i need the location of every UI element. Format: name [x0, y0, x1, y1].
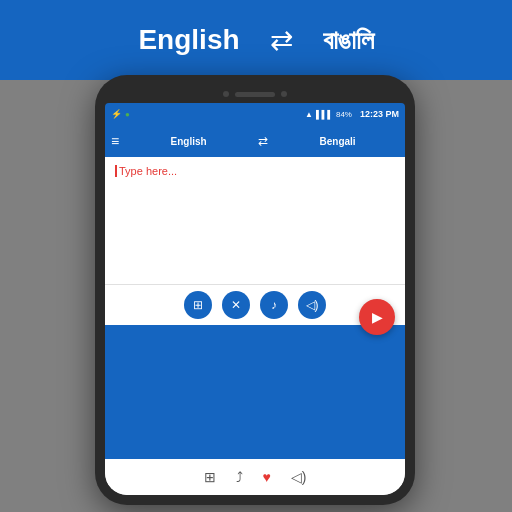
clipboard-button[interactable]: ⊞: [184, 291, 212, 319]
target-language-label[interactable]: বাঙালি: [323, 25, 374, 56]
hamburger-menu-icon[interactable]: ≡: [111, 133, 119, 149]
input-area[interactable]: Type here...: [105, 157, 405, 284]
close-icon: ✕: [231, 298, 241, 312]
app-header: ≡ English ⇄ Bengali: [105, 125, 405, 157]
speaker-button[interactable]: ◁): [298, 291, 326, 319]
status-bar: ⚡ ● ▲ ▌▌▌ 84% 12:23 PM: [105, 103, 405, 125]
send-icon: ▶: [372, 309, 383, 325]
input-placeholder-text[interactable]: Type here...: [115, 165, 395, 177]
source-language-label[interactable]: English: [138, 24, 239, 56]
swap-languages-icon[interactable]: ⇄: [270, 24, 293, 57]
speaker-icon: ◁): [306, 298, 319, 312]
screen-content: Type here... ⊞ ✕ ♪ ◁) ▶ ⊞ ⤴: [105, 157, 405, 495]
phone-notch: [105, 85, 405, 103]
copy-result-button[interactable]: ⊞: [204, 469, 216, 485]
battery-level: 84%: [336, 110, 352, 119]
mic-icon: ♪: [271, 298, 277, 312]
bottom-action-bar: ⊞ ⤴ ♥ ◁): [105, 459, 405, 495]
status-icons: ▲ ▌▌▌ 84%: [305, 110, 352, 119]
translation-output-area: [105, 325, 405, 460]
usb-icon: ⚡: [111, 109, 122, 119]
share-button[interactable]: ⤴: [236, 469, 243, 485]
favorite-button[interactable]: ♥: [263, 469, 271, 485]
status-time: 12:23 PM: [360, 109, 399, 119]
action-buttons-row: ⊞ ✕ ♪ ◁) ▶: [105, 284, 405, 325]
source-lang-tab[interactable]: English: [127, 136, 250, 147]
front-camera: [223, 91, 229, 97]
front-sensor: [281, 91, 287, 97]
send-translate-button[interactable]: ▶: [359, 299, 395, 335]
top-language-bar: English ⇄ বাঙালি: [0, 0, 512, 80]
earpiece-speaker: [235, 92, 275, 97]
phone-device: ⚡ ● ▲ ▌▌▌ 84% 12:23 PM ≡ English ⇄ Benga…: [95, 75, 415, 505]
clear-button[interactable]: ✕: [222, 291, 250, 319]
clipboard-icon: ⊞: [193, 298, 203, 312]
wifi-icon: ▲: [305, 110, 313, 119]
camera-icon: ●: [125, 110, 130, 119]
target-lang-tab[interactable]: Bengali: [276, 136, 399, 147]
status-bar-left: ⚡ ●: [111, 109, 130, 119]
play-audio-button[interactable]: ◁): [291, 469, 307, 485]
microphone-button[interactable]: ♪: [260, 291, 288, 319]
swap-button[interactable]: ⇄: [258, 134, 268, 148]
signal-icon: ▌▌▌: [316, 110, 333, 119]
